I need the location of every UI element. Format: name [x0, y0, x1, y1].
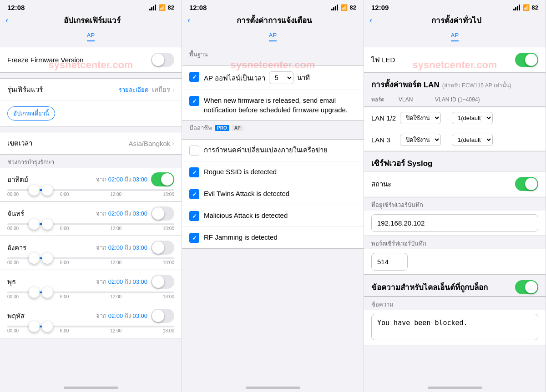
nav-bar-1: ‹ อัปเกรดเฟิร์มแวร์: [0, 13, 182, 30]
server-port-input[interactable]: [371, 253, 408, 271]
rf-jamming-checkbox[interactable]: ✓: [189, 233, 199, 243]
firmware-link[interactable]: รายละเอียด: [119, 85, 148, 95]
lan-row-1: LAN 1/2 ปิดใช้งาน เปิดใช้งาน 1(default): [364, 107, 546, 129]
slider-thumb-right-0[interactable]: [42, 185, 53, 196]
status-bar-1: 12:08 📶 82: [0, 0, 182, 13]
malicious-label: Malicious Attack is detected: [204, 211, 288, 220]
day-slider-4: พฤหัสจาก 02:00 ถึง 03:0000:006:0012:0018…: [0, 304, 182, 338]
nav-title-2: การตั้งค่าการแจ้งเตือน: [190, 14, 358, 26]
day-toggle-2[interactable]: [151, 241, 174, 255]
signal-icon-3: [513, 5, 520, 10]
slider-thumb-right-4[interactable]: [42, 321, 53, 332]
time-2: 12:08: [189, 4, 207, 11]
malicious-checkbox[interactable]: ✓: [189, 211, 199, 221]
day-slider-3: พุธจาก 02:00 ถึง 03:0000:006:0012:0018:0…: [0, 270, 182, 304]
ap-tab-2[interactable]: AP: [269, 32, 277, 41]
update-button[interactable]: อัปเกรดเดี๋ยวนี้: [7, 106, 55, 121]
syslog-status-label: สถานะ: [371, 179, 515, 190]
tab-container-1: AP: [0, 30, 182, 41]
timezone-value: Asia/Bangkok: [129, 140, 171, 147]
battery-3: 82: [532, 4, 538, 11]
day-toggle-0[interactable]: [151, 172, 174, 186]
change-network-row: การกำหนดค่าเปลี่ยนแปลงภายในเครือข่าย: [182, 140, 364, 161]
col-vlan-header: VLAN: [399, 96, 435, 103]
day-toggle-4[interactable]: [151, 309, 174, 323]
slider-thumb-left-1[interactable]: [29, 219, 40, 230]
evil-twins-checkbox[interactable]: ✓: [189, 189, 199, 199]
nav-bar-2: ‹ การตั้งค่าการแจ้งเตือน: [182, 13, 364, 30]
freeze-toggle[interactable]: [151, 53, 174, 67]
slider-thumb-left-0[interactable]: [29, 185, 40, 196]
lan-vlanid-select-2[interactable]: 1(default): [452, 134, 493, 146]
ap-offline-checkbox[interactable]: ✓: [189, 72, 199, 82]
col-vlanid-header: VLAN ID (1~4094): [435, 96, 538, 103]
timezone-label: เขตเวลา: [7, 138, 129, 149]
firmware-email-label: When new firmware is released, send emai…: [204, 95, 356, 115]
nav-title-3: การตั้งค่าทั่วไป: [372, 14, 540, 26]
firmware-label: รุ่นเฟิร์มแวร์: [7, 84, 119, 95]
ap-tab-1[interactable]: AP: [87, 32, 95, 41]
ap-offline-label: AP ออฟไลน์เป็นเวลา: [204, 73, 265, 83]
firmware-status: เสถียร: [152, 84, 170, 95]
server-addr-label: ที่อยู่เซิร์ฟเวอร์บันทึก: [371, 201, 423, 208]
slider-thumb-right-3[interactable]: [42, 287, 53, 298]
server-addr-input[interactable]: [371, 214, 538, 232]
syslog-toggle[interactable]: [515, 177, 538, 191]
slider-thumb-left-2[interactable]: [29, 253, 40, 264]
lan-name-2: LAN 3: [371, 136, 396, 144]
status-bar-3: 12:09 📶 82: [364, 0, 546, 13]
freeze-label: Freeze Firmware Version: [7, 56, 151, 64]
led-toggle[interactable]: [515, 53, 538, 67]
day-toggle-1[interactable]: [151, 206, 174, 221]
content-2: พื้นฐาน ✓ AP ออฟไลน์เป็นเวลา 5 10 15 นาท…: [182, 41, 364, 383]
slider-thumb-right-1[interactable]: [42, 219, 53, 230]
lan-name-1: LAN 1/2: [371, 114, 396, 122]
panel-firmware: 12:08 📶 82 ‹ อัปเกรดเฟิร์มแวร์ AP sysnet…: [0, 0, 182, 392]
lan-vlan-select-2[interactable]: ปิดใช้งาน เปิดใช้งาน: [400, 134, 441, 146]
syslog-header: เซิร์ฟเวอร์ Syslog: [364, 151, 546, 171]
rogue-checkbox[interactable]: ✓: [189, 167, 199, 177]
battery-1: 82: [168, 4, 174, 11]
nav-title-1: อัปเกรดเฟิร์มแวร์: [8, 14, 176, 26]
evil-twins-row: ✓ Evil Twins Attack is detected: [182, 183, 364, 205]
slider-thumb-left-3[interactable]: [29, 287, 40, 298]
lan-header: การตั้งค่าพอร์ต LAN (สำหรับ ECW115 AP เท…: [364, 73, 546, 92]
home-indicator-3: [364, 383, 546, 392]
pro-header: มืออาชีพ PRO AP: [182, 121, 364, 134]
day-toggle-3[interactable]: [151, 275, 174, 289]
lan-vlan-select-1[interactable]: ปิดใช้งาน เปิดใช้งาน: [400, 112, 441, 124]
col-port-header: พอร์ต: [371, 95, 399, 104]
basic-section: ✓ AP ออฟไลน์เป็นเวลา 5 10 15 นาที ✓ Wh: [182, 65, 364, 121]
basic-header: พื้นฐาน: [182, 47, 364, 60]
slider-thumb-left-4[interactable]: [29, 321, 40, 332]
rogue-row: ✓ Rogue SSID is detected: [182, 161, 364, 183]
blocked-title: ข้อความสำหรับไคลเอ็นต์ที่ถูกบล็อก: [371, 281, 488, 293]
ap-offline-unit: นาที: [297, 72, 310, 83]
status-bar-2: 12:08 📶 82: [182, 0, 364, 13]
led-label: ไฟ LED: [371, 55, 515, 65]
wifi-icon-3: 📶: [522, 4, 530, 11]
slider-thumb-right-2[interactable]: [42, 253, 53, 264]
time-3: 12:09: [371, 4, 389, 11]
blocked-toggle[interactable]: [515, 280, 538, 294]
syslog-section: สถานะ ที่อยู่เซิร์ฟเวอร์บันทึก พอร์ตเซิร…: [364, 171, 546, 275]
lan-title: การตั้งค่าพอร์ต LAN: [371, 78, 440, 90]
status-icons-3: 📶 82: [513, 4, 538, 11]
rf-jamming-row: ✓ RF Jamming is detected: [182, 227, 364, 248]
server-port-label: พอร์ตเซิร์ฟเวอร์บันทึก: [371, 239, 426, 248]
firmware-email-checkbox[interactable]: ✓: [189, 96, 199, 106]
update-row: อัปเกรดเดี๋ยวนี้: [0, 101, 182, 126]
lan-vlanid-select-1[interactable]: 1(default): [452, 112, 493, 124]
blocked-section: ข้อความ You have been blocked.: [364, 296, 546, 346]
ap-tab-3[interactable]: AP: [451, 32, 459, 41]
ap-offline-select[interactable]: 5 10 15: [269, 71, 293, 84]
rogue-label: Rogue SSID is detected: [204, 167, 277, 176]
blocked-msg-textarea[interactable]: You have been blocked.: [371, 314, 538, 340]
nav-bar-3: ‹ การตั้งค่าทั่วไป: [364, 13, 546, 30]
tab-container-3: AP: [364, 30, 546, 41]
change-network-checkbox[interactable]: [189, 146, 199, 156]
blocked-msg-label: ข้อความ: [371, 301, 394, 308]
chevron-icon-2: ›: [172, 140, 174, 147]
wifi-icon-2: 📶: [340, 4, 348, 11]
home-indicator-2: [182, 383, 364, 392]
